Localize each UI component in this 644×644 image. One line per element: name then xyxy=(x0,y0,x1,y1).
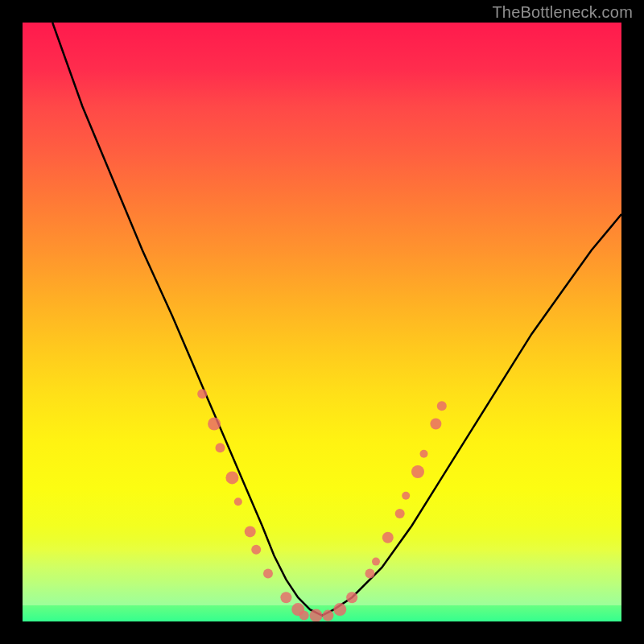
marker-dot xyxy=(402,492,410,500)
marker-dot xyxy=(322,610,333,621)
marker-dot xyxy=(310,609,323,621)
marker-dot xyxy=(346,592,357,603)
marker-dot xyxy=(299,611,309,621)
marker-dot xyxy=(430,419,441,430)
marker-dot xyxy=(216,443,225,452)
marker-dot xyxy=(382,532,394,543)
marker-dot xyxy=(263,569,273,579)
marker-dot xyxy=(234,497,242,506)
marker-dot xyxy=(251,545,261,555)
marker-dot xyxy=(208,418,221,431)
marker-dot xyxy=(245,526,256,537)
marker-dot xyxy=(197,389,207,398)
marker-dot xyxy=(420,450,428,458)
marker-dot xyxy=(411,465,424,478)
marker-dot xyxy=(395,509,405,518)
marker-dot xyxy=(437,401,447,411)
marker-dot xyxy=(280,592,291,603)
plot-area xyxy=(23,23,621,621)
marker-dot xyxy=(225,471,238,484)
marker-dot xyxy=(372,558,380,566)
chart-svg xyxy=(23,23,621,621)
chart-frame: TheBottleneck.com xyxy=(0,0,644,644)
marker-dot xyxy=(365,569,375,579)
marker-group xyxy=(197,389,447,621)
bottleneck-curve xyxy=(52,23,621,616)
marker-dot xyxy=(333,603,346,616)
watermark-label: TheBottleneck.com xyxy=(492,3,633,22)
